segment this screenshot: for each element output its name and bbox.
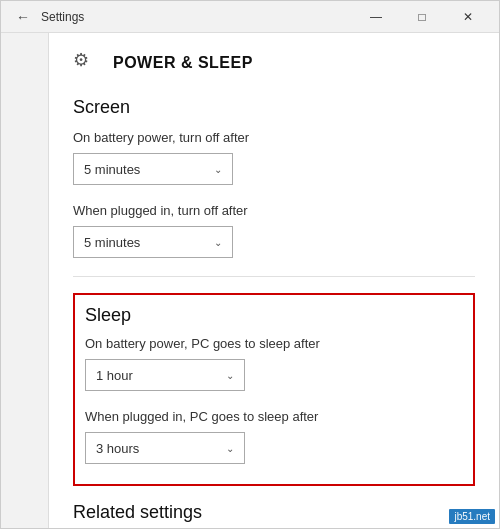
screen-plugged-chevron-icon: ⌄ bbox=[214, 237, 222, 248]
sidebar bbox=[1, 33, 49, 528]
related-settings-title: Related settings bbox=[73, 502, 475, 523]
screen-battery-chevron-icon: ⌄ bbox=[214, 164, 222, 175]
screen-battery-value: 5 minutes bbox=[84, 162, 140, 177]
screen-plugged-label: When plugged in, turn off after bbox=[73, 203, 475, 218]
sleep-plugged-dropdown[interactable]: 3 hours ⌄ bbox=[85, 432, 245, 464]
maximize-button[interactable]: □ bbox=[399, 1, 445, 33]
sleep-plugged-chevron-icon: ⌄ bbox=[226, 443, 234, 454]
sleep-battery-value: 1 hour bbox=[96, 368, 133, 383]
page-title: POWER & SLEEP bbox=[113, 54, 253, 72]
screen-battery-dropdown[interactable]: 5 minutes ⌄ bbox=[73, 153, 233, 185]
screen-battery-label: On battery power, turn off after bbox=[73, 130, 475, 145]
close-button[interactable]: ✕ bbox=[445, 1, 491, 33]
main-content: ⚙ POWER & SLEEP Screen On battery power,… bbox=[49, 33, 499, 528]
sleep-battery-chevron-icon: ⌄ bbox=[226, 370, 234, 381]
back-button[interactable]: ← bbox=[9, 3, 37, 31]
window-controls: — □ ✕ bbox=[353, 1, 491, 33]
sleep-section-title: Sleep bbox=[85, 305, 463, 326]
minimize-button[interactable]: — bbox=[353, 1, 399, 33]
content-area: ⚙ POWER & SLEEP Screen On battery power,… bbox=[1, 33, 499, 528]
window-title: Settings bbox=[41, 10, 84, 24]
screen-section-title: Screen bbox=[73, 97, 475, 118]
screen-plugged-value: 5 minutes bbox=[84, 235, 140, 250]
sleep-plugged-label: When plugged in, PC goes to sleep after bbox=[85, 409, 463, 424]
screen-plugged-dropdown[interactable]: 5 minutes ⌄ bbox=[73, 226, 233, 258]
sleep-section: Sleep On battery power, PC goes to sleep… bbox=[73, 293, 475, 486]
page-header: ⚙ POWER & SLEEP bbox=[73, 49, 475, 77]
screen-plugged-dropdown-wrapper: 5 minutes ⌄ bbox=[73, 226, 475, 258]
sleep-plugged-value: 3 hours bbox=[96, 441, 139, 456]
window: ← Settings — □ ✕ ⚙ POWER & SLEEP Screen … bbox=[0, 0, 500, 529]
sleep-battery-dropdown-wrapper: 1 hour ⌄ bbox=[85, 359, 463, 391]
sleep-battery-dropdown[interactable]: 1 hour ⌄ bbox=[85, 359, 245, 391]
sleep-battery-label: On battery power, PC goes to sleep after bbox=[85, 336, 463, 351]
power-sleep-icon: ⚙ bbox=[73, 49, 101, 77]
screen-battery-dropdown-wrapper: 5 minutes ⌄ bbox=[73, 153, 475, 185]
sleep-plugged-dropdown-wrapper: 3 hours ⌄ bbox=[85, 432, 463, 464]
title-bar: ← Settings — □ ✕ bbox=[1, 1, 499, 33]
divider-screen-sleep bbox=[73, 276, 475, 277]
